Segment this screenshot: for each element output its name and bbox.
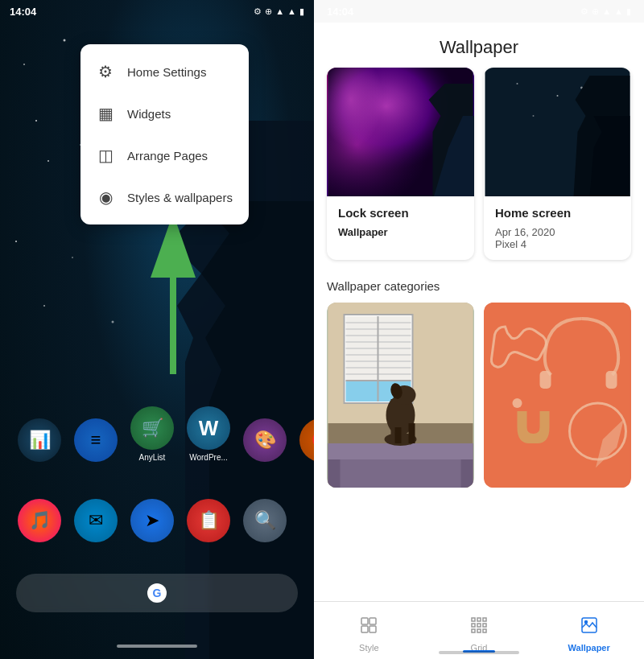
home-indicator-right (439, 651, 519, 654)
svg-rect-63 (472, 624, 475, 627)
app-icon-glyph-4: 🎨 (254, 430, 276, 451)
svg-point-21 (533, 115, 535, 117)
search-bar[interactable]: G (16, 574, 298, 612)
svg-rect-67 (477, 629, 481, 632)
signal-icon-right: ▲ (614, 6, 623, 16)
homescreen-type-label: Home screen (495, 206, 620, 220)
category-nature[interactable] (327, 303, 474, 488)
app-icon-glyph-telegram: ✉ (89, 510, 103, 531)
app-row-2: 🎵 ✉ ➤ 📋 🔍 (18, 499, 287, 542)
homescreen-card[interactable]: Home screen Apr 16, 2020 Pixel 4 (484, 68, 631, 260)
signal-icon: ▲ (287, 6, 296, 16)
svg-rect-56 (361, 618, 368, 624)
nav-item-grid[interactable]: Grid (424, 609, 535, 653)
current-wallpapers: Lock screen Wallpaper (327, 68, 631, 260)
nav-label-style: Style (359, 643, 378, 653)
menu-label-widgets: Widgets (127, 107, 171, 121)
homescreen-thumbnail (484, 68, 631, 196)
nav-item-wallpaper[interactable]: Wallpaper (534, 609, 644, 653)
gear-icon: ⚙ (97, 62, 114, 81)
right-phone: 14:04 ⚙ ⊕ ▲ ▲ ▮ Wallpaper (314, 0, 644, 659)
svg-rect-64 (477, 624, 481, 627)
svg-rect-43 (461, 459, 473, 488)
battery-icon-right: ▮ (626, 6, 631, 17)
app-icon-0[interactable]: 📊 (18, 418, 61, 462)
svg-rect-62 (483, 618, 486, 621)
app-label-wordpress: WordPre... (189, 453, 228, 462)
lockscreen-card-info: Lock screen Wallpaper (327, 196, 474, 248)
app-icon-telegram[interactable]: ✉ (74, 499, 118, 542)
wallpaper-icon (580, 616, 599, 640)
left-phone: 14:04 ⚙ ⊕ ▲ ▲ ▮ ⚙ Home Settings ▦ Widget… (0, 0, 314, 659)
homescreen-device: Pixel 4 (495, 238, 620, 250)
svg-point-1 (64, 39, 66, 42)
app-icon-4[interactable]: 🎨 (243, 418, 287, 462)
app-icon-notes[interactable]: 🔍 (243, 499, 287, 542)
category-creative[interactable] (484, 303, 631, 488)
svg-point-11 (43, 305, 45, 307)
svg-point-12 (112, 321, 114, 323)
home-indicator-left (117, 645, 197, 648)
app-icon-glyph-tasks: 📋 (198, 510, 220, 531)
sync-icon: ⊕ (265, 6, 272, 17)
app-icon-anylist[interactable]: 🛒 AnyList (130, 406, 174, 462)
app-icon-glyph-anylist: 🛒 (142, 418, 163, 439)
time-right: 14:04 (327, 6, 353, 18)
menu-label-home-settings: Home Settings (127, 65, 206, 79)
menu-item-arrange-pages[interactable]: ◫ Arrange Pages (80, 134, 249, 176)
app-label-anylist: AnyList (139, 453, 166, 462)
svg-rect-61 (477, 618, 481, 621)
svg-rect-60 (472, 618, 475, 621)
menu-item-styles-wallpapers[interactable]: ◉ Styles & wallpapers (80, 176, 249, 218)
svg-rect-53 (540, 371, 551, 389)
app-icon-mail[interactable]: ➤ (130, 499, 174, 542)
status-icons-left: ⚙ ⊕ ▲ ▲ ▮ (254, 6, 304, 17)
wallpaper-section: Lock screen Wallpaper (314, 68, 644, 659)
svg-point-10 (72, 257, 73, 258)
app-icon-glyph-5: 🎯 (311, 430, 315, 451)
svg-point-70 (584, 620, 587, 623)
homescreen-date: Apr 16, 2020 (495, 226, 620, 238)
lockscreen-card[interactable]: Lock screen Wallpaper (327, 68, 474, 260)
app-icon-glyph-spotify: 🎵 (29, 510, 51, 531)
svg-rect-49 (395, 427, 402, 443)
grid-icon (469, 616, 489, 640)
svg-rect-52 (606, 371, 617, 389)
nav-item-style[interactable]: Style (314, 609, 424, 653)
app-icon-glyph-notes: 🔍 (254, 510, 276, 531)
menu-item-widgets[interactable]: ▦ Widgets (80, 93, 249, 134)
svg-rect-42 (328, 459, 341, 488)
data-icon-right: ⊕ (592, 6, 599, 17)
styles-icon: ◉ (97, 187, 114, 207)
app-icon-tasks[interactable]: 📋 (187, 499, 230, 542)
app-icon-5[interactable]: 🎯 (299, 418, 314, 462)
lockscreen-detail: Wallpaper (338, 226, 463, 238)
svg-point-3 (35, 120, 37, 122)
battery-icon: ▮ (299, 6, 304, 17)
svg-rect-57 (369, 618, 376, 624)
cast-icon-right: ⚙ (580, 6, 588, 17)
svg-point-9 (15, 241, 17, 242)
svg-rect-68 (483, 629, 486, 632)
lockscreen-thumbnail (327, 68, 474, 196)
menu-item-home-settings[interactable]: ⚙ Home Settings (80, 51, 249, 93)
app-icon-1[interactable]: ≡ (74, 418, 118, 462)
menu-label-arrange-pages: Arrange Pages (127, 149, 208, 163)
context-menu: ⚙ Home Settings ▦ Widgets ◫ Arrange Page… (80, 44, 249, 224)
app-icon-glyph-mail: ➤ (145, 510, 159, 531)
menu-label-styles-wallpapers: Styles & wallpapers (127, 191, 233, 204)
status-icons-right: ⚙ ⊕ ▲ ▲ ▮ (580, 6, 631, 17)
svg-rect-59 (369, 626, 376, 632)
wallpaper-app: Wallpaper (314, 23, 644, 659)
green-arrow (149, 221, 197, 385)
svg-point-0 (23, 64, 25, 65)
app-icon-wordpress[interactable]: W WordPre... (187, 406, 230, 462)
nav-label-wallpaper: Wallpaper (568, 643, 610, 653)
app-icon-spotify[interactable]: 🎵 (18, 499, 61, 542)
svg-point-55 (513, 398, 522, 408)
wifi-icon-right: ▲ (602, 6, 611, 16)
categories-title: Wallpaper categories (327, 279, 631, 293)
svg-rect-58 (361, 626, 368, 632)
app-icon-glyph-1: ≡ (91, 430, 101, 451)
svg-point-6 (47, 160, 49, 162)
